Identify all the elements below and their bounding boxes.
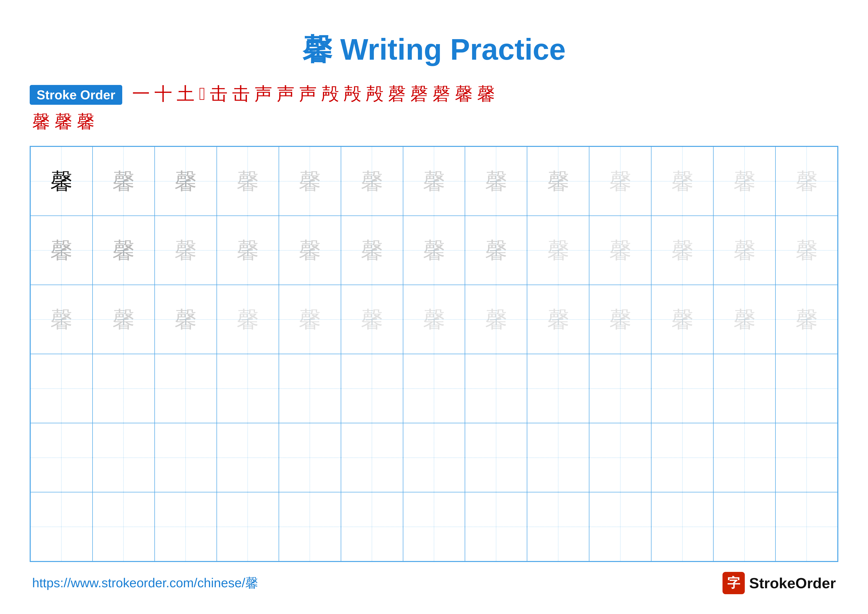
cell-4-10[interactable]: [589, 354, 651, 423]
cell-2-13[interactable]: 馨: [775, 216, 837, 285]
char-display: 馨: [733, 235, 756, 266]
cell-5-12[interactable]: [713, 423, 775, 492]
cell-6-11[interactable]: [651, 492, 713, 561]
cell-3-13[interactable]: 馨: [775, 285, 837, 354]
cell-2-12[interactable]: 馨: [713, 216, 775, 285]
cell-6-10[interactable]: [589, 492, 651, 561]
cell-1-2[interactable]: 馨: [93, 147, 155, 216]
cell-5-1[interactable]: [31, 423, 93, 492]
footer-url[interactable]: https://www.strokeorder.com/chinese/馨: [32, 574, 258, 592]
stroke-6: 击: [232, 85, 250, 103]
cell-4-12[interactable]: [713, 354, 775, 423]
cell-5-13[interactable]: [775, 423, 837, 492]
cell-2-2[interactable]: 馨: [93, 216, 155, 285]
cell-1-4[interactable]: 馨: [217, 147, 279, 216]
char-display: 馨: [112, 305, 135, 334]
footer-logo: 字 StrokeOrder: [722, 572, 836, 594]
char-display: 馨: [671, 166, 694, 196]
cell-6-8[interactable]: [465, 492, 527, 561]
cell-1-3[interactable]: 馨: [155, 147, 217, 216]
cell-6-13[interactable]: [775, 492, 837, 561]
cell-2-4[interactable]: 馨: [217, 216, 279, 285]
cell-4-5[interactable]: [279, 354, 341, 423]
cell-4-2[interactable]: [93, 354, 155, 423]
cell-2-11[interactable]: 馨: [651, 216, 713, 285]
cell-6-1[interactable]: [31, 492, 93, 561]
cell-1-13[interactable]: 馨: [775, 147, 837, 216]
cell-5-7[interactable]: [403, 423, 465, 492]
cell-3-1[interactable]: 馨: [31, 285, 93, 354]
grid-row-6: [31, 492, 837, 561]
cell-5-5[interactable]: [279, 423, 341, 492]
cell-2-1[interactable]: 馨: [31, 216, 93, 285]
cell-1-1[interactable]: 馨: [31, 147, 93, 216]
cell-3-11[interactable]: 馨: [651, 285, 713, 354]
stroke-continuation: 馨 馨 馨: [30, 110, 838, 134]
char-display: 馨: [299, 166, 321, 196]
stroke-13: 磬: [388, 85, 406, 103]
char-display: 馨: [361, 235, 383, 266]
cell-2-9[interactable]: 馨: [527, 216, 589, 285]
cell-6-12[interactable]: [713, 492, 775, 561]
cell-5-3[interactable]: [155, 423, 217, 492]
cell-1-11[interactable]: 馨: [651, 147, 713, 216]
cell-2-3[interactable]: 馨: [155, 216, 217, 285]
cell-3-12[interactable]: 馨: [713, 285, 775, 354]
cell-4-9[interactable]: [527, 354, 589, 423]
char-display: 馨: [361, 305, 383, 334]
cell-4-3[interactable]: [155, 354, 217, 423]
cell-1-7[interactable]: 馨: [403, 147, 465, 216]
char-display: 馨: [237, 166, 259, 196]
cell-1-10[interactable]: 馨: [589, 147, 651, 216]
cell-4-11[interactable]: [651, 354, 713, 423]
cell-1-6[interactable]: 馨: [341, 147, 403, 216]
cell-5-8[interactable]: [465, 423, 527, 492]
cell-6-9[interactable]: [527, 492, 589, 561]
stroke-9: 声: [299, 85, 317, 103]
cell-6-3[interactable]: [155, 492, 217, 561]
char-display: 馨: [423, 235, 445, 266]
cell-5-9[interactable]: [527, 423, 589, 492]
char-display: 馨: [361, 166, 383, 196]
cell-5-2[interactable]: [93, 423, 155, 492]
cell-1-12[interactable]: 馨: [713, 147, 775, 216]
cell-4-7[interactable]: [403, 354, 465, 423]
cell-5-11[interactable]: [651, 423, 713, 492]
cell-3-10[interactable]: 馨: [589, 285, 651, 354]
cell-3-9[interactable]: 馨: [527, 285, 589, 354]
cell-1-8[interactable]: 馨: [465, 147, 527, 216]
cell-5-10[interactable]: [589, 423, 651, 492]
char-display: 馨: [50, 305, 73, 334]
cell-6-4[interactable]: [217, 492, 279, 561]
cell-4-13[interactable]: [775, 354, 837, 423]
cell-6-6[interactable]: [341, 492, 403, 561]
cell-2-10[interactable]: 馨: [589, 216, 651, 285]
footer: https://www.strokeorder.com/chinese/馨 字 …: [30, 572, 838, 594]
cell-5-6[interactable]: [341, 423, 403, 492]
cell-6-5[interactable]: [279, 492, 341, 561]
char-display: 馨: [423, 166, 445, 196]
cell-1-5[interactable]: 馨: [279, 147, 341, 216]
cell-5-4[interactable]: [217, 423, 279, 492]
cell-3-5[interactable]: 馨: [279, 285, 341, 354]
cell-2-6[interactable]: 馨: [341, 216, 403, 285]
cell-6-2[interactable]: [93, 492, 155, 561]
char-display: 馨: [50, 235, 73, 266]
cell-2-7[interactable]: 馨: [403, 216, 465, 285]
cell-4-1[interactable]: [31, 354, 93, 423]
cell-3-7[interactable]: 馨: [403, 285, 465, 354]
cell-3-4[interactable]: 馨: [217, 285, 279, 354]
cell-3-6[interactable]: 馨: [341, 285, 403, 354]
cell-1-9[interactable]: 馨: [527, 147, 589, 216]
cell-4-6[interactable]: [341, 354, 403, 423]
stroke-4: 𡈼: [199, 85, 205, 103]
cell-4-8[interactable]: [465, 354, 527, 423]
cell-2-5[interactable]: 馨: [279, 216, 341, 285]
cell-3-8[interactable]: 馨: [465, 285, 527, 354]
cell-6-7[interactable]: [403, 492, 465, 561]
cell-2-8[interactable]: 馨: [465, 216, 527, 285]
cell-3-2[interactable]: 馨: [93, 285, 155, 354]
cell-4-4[interactable]: [217, 354, 279, 423]
char-display: 馨: [423, 305, 445, 334]
cell-3-3[interactable]: 馨: [155, 285, 217, 354]
